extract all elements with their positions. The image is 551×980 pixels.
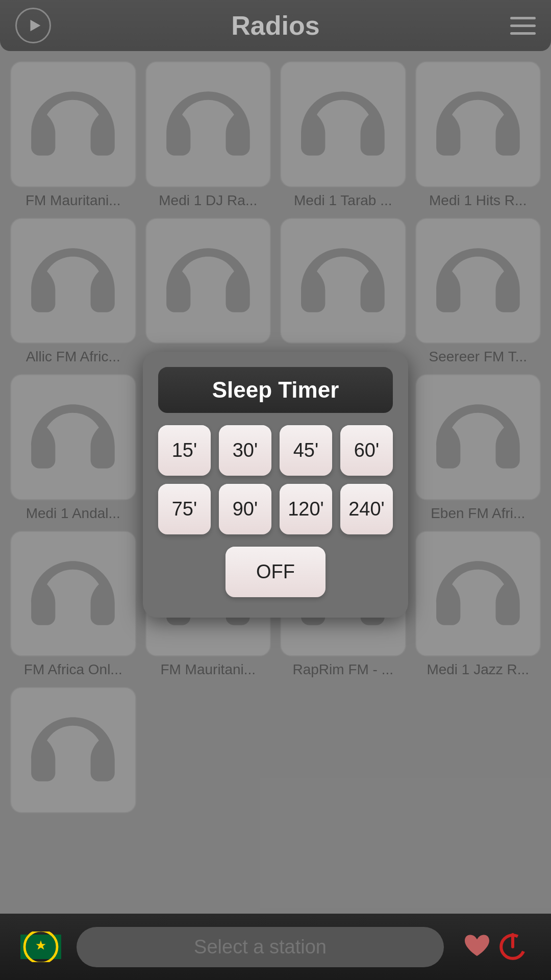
power-button[interactable] [495,929,531,965]
sleep-timer-modal: Sleep Timer 15' 30' 45' 60' 75' 90' 120'… [143,352,408,618]
timer-60-button[interactable]: 60' [340,425,393,476]
timer-120-button[interactable]: 120' [280,484,332,534]
timer-75-button[interactable]: 75' [158,484,211,534]
power-icon [497,932,528,962]
timer-buttons-row1: 15' 30' 45' 60' 75' 90' 120' 240' [158,425,393,534]
timer-45-button[interactable]: 45' [280,425,332,476]
mauritania-flag [20,932,61,962]
flag-button[interactable] [20,932,61,962]
favorites-button[interactable] [459,929,495,965]
timer-90-button[interactable]: 90' [219,484,271,534]
timer-off-button[interactable]: OFF [226,547,325,597]
modal-title: Sleep Timer [212,377,339,402]
timer-30-button[interactable]: 30' [219,425,271,476]
bottom-bar [0,914,551,980]
select-station-input[interactable] [77,927,444,967]
timer-240-button[interactable]: 240' [340,484,393,534]
timer-15-button[interactable]: 15' [158,425,211,476]
heart-icon [462,932,492,962]
modal-title-bar: Sleep Timer [158,367,393,413]
